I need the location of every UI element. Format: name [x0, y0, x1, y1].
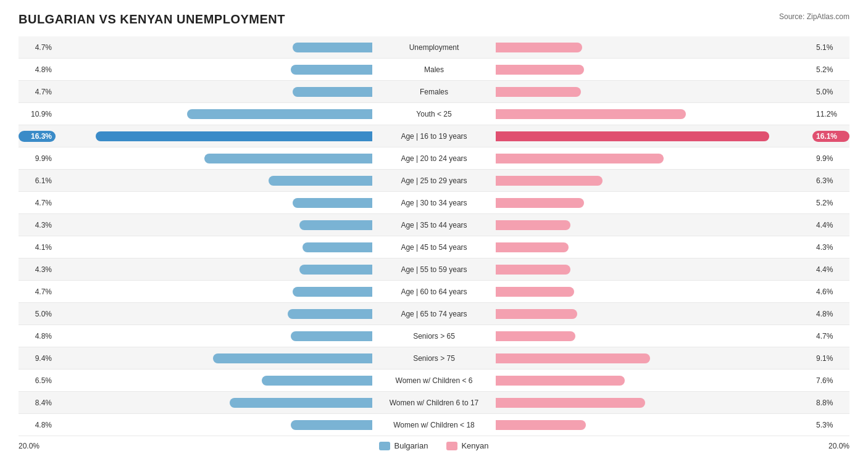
left-value: 10.9% — [19, 110, 56, 118]
left-value: 4.8% — [19, 421, 56, 429]
chart-row: 9.4% Seniors > 75 9.1% — [19, 347, 849, 370]
left-bar — [291, 420, 372, 430]
kenyan-swatch — [446, 442, 457, 450]
chart-title: BULGARIAN VS KENYAN UNEMPLOYMENT — [19, 12, 285, 27]
left-value: 9.4% — [19, 354, 56, 363]
row-label: Females — [372, 88, 496, 96]
left-bar — [293, 198, 372, 208]
chart-row: 4.8% Males 5.2% — [19, 59, 849, 81]
left-bar-area — [56, 175, 372, 187]
left-bar-area — [56, 419, 372, 431]
chart-row: 10.9% Youth < 25 11.2% — [19, 103, 849, 125]
left-bar — [288, 309, 373, 319]
right-bar-area — [496, 41, 812, 54]
right-bar — [496, 43, 582, 52]
chart-row: 4.7% Unemployment 5.1% — [19, 36, 849, 59]
right-bar — [496, 420, 586, 430]
left-bar-area — [56, 152, 372, 165]
right-bar-area — [496, 419, 812, 431]
footer-row: 20.0% Bulgarian Kenyan 20.0% — [19, 441, 849, 450]
chart-row: 4.7% Females 5.0% — [19, 81, 849, 103]
right-value: 4.7% — [812, 332, 849, 341]
left-value: 4.7% — [19, 199, 56, 207]
left-bar-area — [56, 352, 372, 365]
right-bar — [496, 376, 625, 386]
row-label: Age | 30 to 34 years — [372, 199, 496, 207]
left-bar — [96, 131, 372, 141]
chart-row: 4.3% Age | 55 to 59 years 4.4% — [19, 258, 849, 281]
left-bar-area — [56, 197, 372, 209]
right-bar-area — [496, 175, 812, 187]
right-value: 5.1% — [812, 43, 849, 52]
chart-row: 8.4% Women w/ Children 6 to 17 8.8% — [19, 392, 849, 414]
footer-legend: Bulgarian Kenyan — [56, 441, 812, 450]
left-bar — [303, 242, 372, 252]
right-bar — [496, 87, 581, 97]
left-bar-area — [56, 219, 372, 231]
footer-scale-right: 20.0% — [812, 442, 849, 450]
left-value: 4.1% — [19, 243, 56, 252]
left-bar-area — [56, 108, 372, 120]
left-value: 6.1% — [19, 176, 56, 185]
left-bar-area — [56, 286, 372, 298]
right-value: 8.8% — [812, 399, 849, 407]
left-value: 5.0% — [19, 310, 56, 318]
chart-row: 4.8% Women w/ Children < 18 5.3% — [19, 414, 849, 436]
row-label: Women w/ Children < 6 — [372, 376, 496, 385]
left-bar-area — [56, 241, 372, 254]
right-bar — [496, 131, 769, 141]
left-value: 6.5% — [19, 376, 56, 385]
left-bar — [204, 154, 372, 163]
left-value: 8.4% — [19, 399, 56, 407]
left-bar-area — [56, 263, 372, 276]
right-bar-area — [496, 86, 812, 98]
right-bar-area — [496, 374, 812, 387]
left-value: 4.7% — [19, 88, 56, 96]
right-value: 6.3% — [812, 176, 849, 185]
right-value: 4.8% — [812, 310, 849, 318]
bulgarian-label: Bulgarian — [394, 441, 428, 450]
right-bar — [496, 220, 570, 230]
row-label: Age | 20 to 24 years — [372, 154, 496, 163]
right-bar-area — [496, 241, 812, 254]
right-value: 11.2% — [812, 110, 849, 118]
kenyan-label: Kenyan — [461, 441, 488, 450]
row-label: Seniors > 75 — [372, 354, 496, 363]
legend-item-kenyan: Kenyan — [446, 441, 488, 450]
right-value: 5.2% — [812, 199, 849, 207]
row-label: Males — [372, 65, 496, 74]
right-value: 9.9% — [812, 154, 849, 163]
left-bar — [291, 331, 372, 341]
chart-row: 4.3% Age | 35 to 44 years 4.4% — [19, 214, 849, 236]
right-bar-area — [496, 64, 812, 76]
right-value: 4.3% — [812, 243, 849, 252]
right-value: 9.1% — [812, 354, 849, 363]
right-bar — [496, 176, 603, 186]
left-bar — [291, 65, 372, 75]
left-value: 4.8% — [19, 65, 56, 74]
left-value: 4.7% — [19, 287, 56, 296]
right-bar — [496, 398, 645, 408]
right-value: 5.0% — [812, 88, 849, 96]
right-bar-area — [496, 397, 812, 409]
left-bar-area — [56, 64, 372, 76]
right-bar — [496, 154, 664, 163]
left-bar — [230, 398, 372, 408]
right-value: 4.4% — [812, 265, 849, 274]
left-bar — [293, 43, 372, 52]
right-bar-area — [496, 108, 812, 120]
left-value: 16.3% — [19, 131, 56, 142]
row-label: Age | 65 to 74 years — [372, 310, 496, 318]
right-bar-area — [496, 219, 812, 231]
right-bar — [496, 242, 569, 252]
left-bar-area — [56, 41, 372, 54]
right-bar-area — [496, 308, 812, 320]
footer-scale-left: 20.0% — [19, 442, 56, 450]
chart-row: 16.3% Age | 16 to 19 years 16.1% — [19, 125, 849, 147]
right-value: 4.4% — [812, 221, 849, 229]
row-label: Age | 55 to 59 years — [372, 265, 496, 274]
left-value: 4.8% — [19, 332, 56, 341]
row-label: Women w/ Children 6 to 17 — [372, 399, 496, 407]
row-label: Women w/ Children < 18 — [372, 421, 496, 429]
chart-header: BULGARIAN VS KENYAN UNEMPLOYMENT Source:… — [19, 12, 849, 27]
